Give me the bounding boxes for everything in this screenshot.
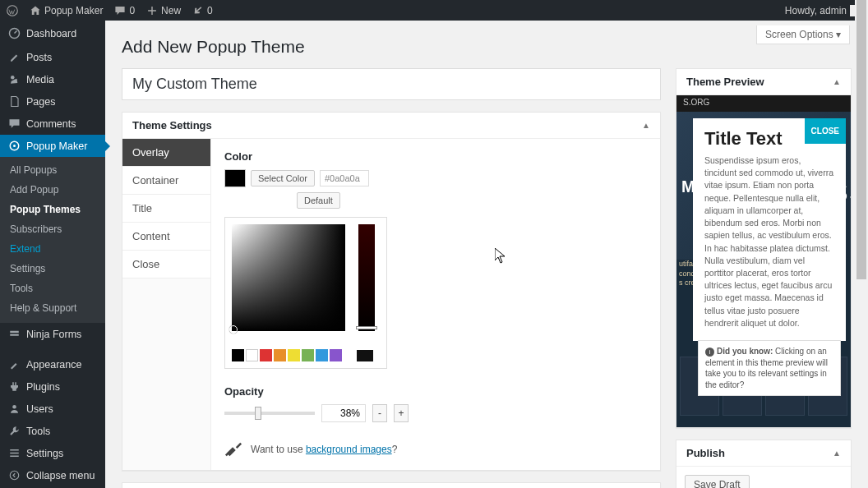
submenu-subscribers[interactable]: Subscribers [0, 219, 105, 239]
menu-users[interactable]: Users [0, 398, 105, 420]
did-you-know-tip: iDid you know: Clicking on an element in… [698, 340, 841, 396]
color-presets [232, 349, 342, 361]
preset-swatch[interactable] [232, 349, 244, 361]
preview-site-tag: S.ORG [676, 95, 851, 112]
menu-tools[interactable]: Tools [0, 420, 105, 442]
publish-box: Publish ▲ Save Draft [676, 440, 852, 488]
svg-point-2 [11, 76, 15, 80]
scrollbar-thumb[interactable] [856, 0, 866, 279]
hue-handle[interactable] [356, 326, 377, 329]
preset-swatch[interactable] [260, 349, 272, 361]
opacity-minus[interactable]: - [372, 404, 387, 422]
theme-preview-canvas[interactable]: S.ORG M SS utifaconds cre CLOSE Title Te… [676, 95, 851, 427]
current-hue-preview [357, 350, 373, 361]
collapse-icon[interactable]: ▲ [833, 77, 841, 86]
color-swatch[interactable] [224, 169, 246, 187]
author-header[interactable]: Author ▲ [122, 483, 660, 488]
comments-link[interactable]: 0 [114, 5, 135, 16]
tools-icon [224, 440, 242, 458]
menu-settings[interactable]: Settings [0, 442, 105, 464]
author-box: Author ▲ admin (admin)▾ [122, 482, 661, 488]
menu-appearance[interactable]: Appearance [0, 353, 105, 375]
opacity-input[interactable] [321, 404, 366, 422]
tab-content[interactable]: Content [122, 223, 210, 251]
submenu-popup-maker: All Popups Add Popup Popup Themes Subscr… [0, 157, 105, 323]
preview-popup[interactable]: CLOSE Title Text Suspendisse ipsum eros,… [693, 118, 846, 341]
preset-swatch[interactable] [274, 349, 286, 361]
svg-rect-5 [10, 331, 19, 333]
preset-swatch[interactable] [302, 349, 314, 361]
submenu-tools[interactable]: Tools [0, 279, 105, 298]
preset-swatch[interactable] [246, 349, 258, 361]
submenu-popup-themes[interactable]: Popup Themes [0, 200, 105, 219]
menu-pages[interactable]: Pages [0, 90, 105, 113]
submenu-help[interactable]: Help & Support [0, 298, 105, 318]
menu-plugins[interactable]: Plugins [0, 375, 105, 398]
tab-overlay[interactable]: Overlay [122, 139, 210, 167]
menu-dashboard[interactable]: Dashboard [0, 21, 105, 46]
submenu-extend[interactable]: Extend [0, 239, 105, 259]
theme-settings-box: Theme Settings ▲ Overlay Container Title… [122, 112, 661, 471]
page-title: Add New Popup Theme [122, 37, 852, 57]
saturation-value-area[interactable] [232, 224, 345, 331]
color-label: Color [224, 150, 647, 163]
tab-title[interactable]: Title [122, 195, 210, 223]
opacity-thumb[interactable] [255, 407, 261, 420]
new-link[interactable]: New [146, 5, 181, 16]
menu-ninja-forms[interactable]: Ninja Forms [0, 323, 105, 345]
svg-point-7 [12, 405, 16, 409]
submenu-settings[interactable]: Settings [0, 259, 105, 279]
admin-toolbar: Popup Maker 0 New 0 Howdy, admin [0, 0, 868, 21]
svg-rect-6 [10, 334, 19, 336]
submenu-all-popups[interactable]: All Popups [0, 160, 105, 180]
tab-container[interactable]: Container [122, 167, 210, 195]
hue-slider[interactable] [358, 224, 375, 331]
preset-swatch[interactable] [316, 349, 328, 361]
preset-swatch[interactable] [288, 349, 300, 361]
content-area: Screen Options ▾ Add New Popup Theme The… [105, 21, 868, 488]
menu-posts[interactable]: Posts [0, 46, 105, 68]
site-link[interactable]: Popup Maker [30, 5, 103, 16]
menu-collapse[interactable]: Collapse menu [0, 464, 105, 486]
hex-input[interactable] [320, 170, 369, 186]
svg-point-0 [7, 5, 18, 16]
publish-header[interactable]: Publish ▲ [676, 440, 851, 467]
collapse-icon[interactable]: ▲ [833, 449, 841, 458]
howdy-link[interactable]: Howdy, admin [785, 5, 861, 16]
theme-title-input[interactable] [122, 68, 661, 100]
menu-popup-maker[interactable]: Popup Maker [0, 135, 105, 157]
theme-preview-header[interactable]: Theme Preview ▲ [676, 69, 851, 95]
opacity-slider[interactable] [224, 412, 315, 415]
vertical-scrollbar[interactable] [855, 0, 868, 488]
opacity-plus[interactable]: + [394, 404, 409, 422]
sv-cursor[interactable] [229, 325, 238, 334]
preview-popup-content[interactable]: Suspendisse ipsum eros, tincidunt sed co… [704, 154, 834, 329]
collapse-icon[interactable]: ▲ [642, 121, 650, 130]
submenu-add-popup[interactable]: Add Popup [0, 180, 105, 200]
save-draft-button[interactable]: Save Draft [685, 475, 750, 488]
bg-images-hint: Want to use background images? [224, 440, 647, 458]
settings-tabs: Overlay Container Title Content Close [122, 139, 211, 470]
color-picker [224, 217, 387, 369]
select-color-button[interactable]: Select Color [251, 170, 315, 186]
opacity-label: Opacity [224, 385, 647, 398]
menu-media[interactable]: Media [0, 68, 105, 90]
wp-logo[interactable] [7, 5, 18, 16]
admin-sidebar: Dashboard Posts Media Pages Comments Pop… [0, 21, 105, 488]
default-color-button[interactable]: Default [297, 192, 340, 209]
svg-rect-8 [10, 449, 19, 451]
theme-preview-box: Theme Preview ▲ S.ORG M SS utifaconds cr… [676, 68, 852, 428]
theme-settings-header[interactable]: Theme Settings ▲ [122, 113, 660, 139]
svg-rect-9 [10, 453, 19, 454]
menu-comments[interactable]: Comments [0, 113, 105, 135]
svg-point-4 [13, 145, 16, 147]
popup-maker-count[interactable]: 0 [192, 5, 213, 16]
preset-swatch[interactable] [330, 349, 342, 361]
screen-options-toggle[interactable]: Screen Options ▾ [756, 25, 850, 44]
svg-rect-10 [10, 456, 19, 458]
tab-close[interactable]: Close [122, 251, 210, 279]
bg-images-link[interactable]: background images [306, 444, 392, 455]
preview-close-button[interactable]: CLOSE [805, 118, 846, 144]
svg-point-11 [10, 471, 19, 480]
info-icon: i [705, 348, 714, 357]
